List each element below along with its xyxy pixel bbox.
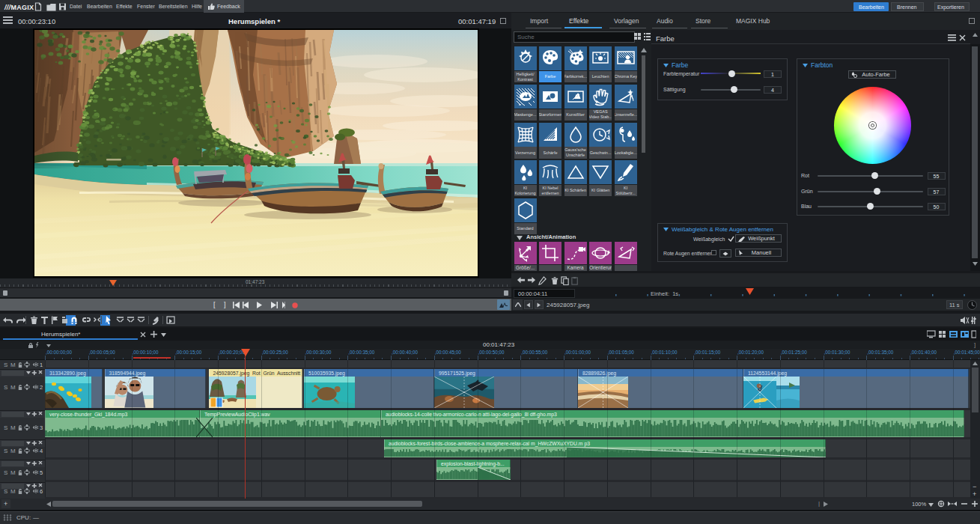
svg-text:S: S <box>4 384 7 390</box>
svg-text:M: M <box>10 362 16 368</box>
svg-text:M: M <box>10 384 16 390</box>
svg-text:M: M <box>10 469 16 475</box>
svg-text:S: S <box>4 469 7 475</box>
svg-text:S: S <box>4 448 7 454</box>
svg-text:M: M <box>10 424 16 430</box>
svg-text:M: M <box>10 488 16 494</box>
svg-text:S: S <box>4 488 7 494</box>
svg-text:M: M <box>10 448 16 454</box>
svg-text:S: S <box>4 362 7 368</box>
svg-text:S: S <box>4 424 7 430</box>
